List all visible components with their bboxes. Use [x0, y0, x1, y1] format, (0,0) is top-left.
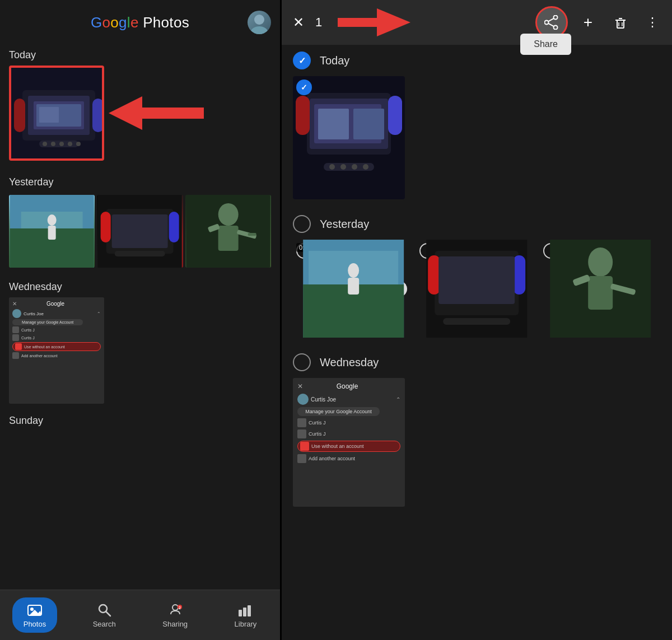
trash-icon[interactable]	[613, 15, 628, 30]
nav-library[interactable]: Library	[223, 597, 268, 633]
photo-check-overlay: ✓	[296, 80, 312, 95]
svg-point-20	[48, 214, 57, 226]
right-panel: ✕ 1 + ⋮ Share	[282, 0, 672, 640]
bottom-nav: Photos Search 2 Sharing	[0, 590, 280, 640]
svg-point-68	[363, 164, 368, 170]
svg-rect-76	[428, 255, 440, 295]
left-panel: Google Photos Today	[0, 0, 280, 640]
svg-rect-7	[39, 107, 59, 123]
right-today-main-photo[interactable]: ✓	[293, 76, 405, 199]
sharing-label: Sharing	[162, 620, 188, 628]
right-yesterday-photo-1[interactable]: 0:06	[293, 240, 414, 338]
svg-rect-21	[48, 226, 56, 240]
right-yesterday-photo-3[interactable]	[540, 240, 661, 338]
svg-point-66	[340, 164, 346, 170]
right-content: ✓ Today ✓	[282, 45, 672, 640]
svg-rect-27	[115, 251, 165, 256]
svg-point-0	[254, 15, 264, 25]
sunday-label: Sunday	[0, 410, 280, 431]
svg-point-67	[352, 164, 357, 170]
yesterday-label: Yesterday	[0, 172, 280, 193]
right-today-header: ✓ Today	[282, 45, 672, 76]
svg-rect-9	[92, 99, 104, 132]
right-today-label: Today	[320, 54, 349, 67]
yesterday-photos: 0:06	[0, 193, 280, 268]
svg-point-72	[348, 263, 359, 278]
right-wednesday-header: Wednesday	[282, 347, 672, 378]
yesterday-photo-2[interactable]	[97, 195, 183, 268]
right-wednesday-photo[interactable]: ✕ Google Curtis Joe ⌃ Manage your Google…	[293, 378, 405, 507]
right-today-photos: ✓	[282, 76, 672, 199]
wednesday-checkbox[interactable]	[293, 353, 311, 371]
right-yesterday-label: Yesterday	[320, 218, 369, 231]
share-dropdown[interactable]: Share	[520, 34, 571, 55]
svg-point-1	[251, 26, 268, 34]
svg-point-14	[68, 142, 72, 146]
svg-rect-33	[248, 233, 256, 236]
red-arrow-left	[109, 91, 204, 136]
today-photos	[0, 66, 280, 163]
svg-point-48	[544, 21, 548, 25]
library-icon	[237, 602, 253, 618]
nav-photos[interactable]: Photos	[12, 597, 57, 633]
left-header: Google Photos	[0, 0, 280, 45]
share-icon	[544, 15, 559, 30]
yesterday-photo-1[interactable]: 0:06	[9, 195, 95, 268]
svg-point-35	[30, 608, 34, 611]
svg-line-38	[106, 611, 110, 616]
mini-avatar-right	[297, 394, 309, 405]
account1-icon	[12, 326, 19, 333]
today-checkbox[interactable]: ✓	[293, 52, 311, 69]
svg-rect-26	[112, 214, 168, 248]
library-label: Library	[235, 620, 257, 628]
right-manage-btn[interactable]: Manage your Google Account	[297, 407, 380, 416]
svg-point-81	[588, 247, 613, 277]
svg-marker-45	[338, 8, 410, 36]
add-button[interactable]: +	[584, 13, 592, 31]
today-label: Today	[0, 45, 280, 66]
wednesday-label: Wednesday	[0, 277, 280, 297]
nav-search[interactable]: Search	[82, 597, 127, 633]
svg-point-47	[553, 26, 557, 30]
selection-count: 1	[315, 15, 322, 30]
wednesday-photo[interactable]: ✕ Google Curtis Joe ⌃ Manage your Google…	[9, 297, 104, 404]
svg-rect-77	[513, 255, 525, 295]
right-yesterday-photo-2[interactable]	[416, 240, 537, 338]
account3-icon	[15, 343, 22, 350]
svg-point-39	[172, 605, 178, 610]
app-title: Google Photos	[91, 14, 189, 31]
svg-rect-44	[248, 605, 251, 616]
wednesday-photos: ✕ Google Curtis Joe ⌃ Manage your Google…	[0, 297, 280, 404]
right-google-dialog: ✕ Google Curtis Joe ⌃ Manage your Google…	[293, 378, 405, 507]
svg-point-65	[329, 164, 335, 170]
svg-marker-36	[29, 610, 41, 615]
search-label: Search	[93, 620, 116, 628]
yesterday-photo-3[interactable]	[185, 195, 271, 268]
svg-line-49	[548, 18, 554, 21]
svg-text:2: 2	[179, 606, 181, 610]
nav-sharing[interactable]: 2 Sharing	[151, 597, 199, 633]
photos-label: Photos	[24, 620, 46, 628]
svg-rect-42	[239, 610, 242, 616]
right-wednesday-label: Wednesday	[320, 356, 379, 369]
more-options-button[interactable]: ⋮	[646, 15, 659, 30]
google-dialog: ✕ Google Curtis Joe ⌃ Manage your Google…	[9, 297, 104, 404]
red-arrow-right	[338, 6, 410, 39]
svg-rect-25	[169, 212, 179, 242]
avatar[interactable]	[248, 11, 271, 34]
right-wednesday-photos: ✕ Google Curtis Joe ⌃ Manage your Google…	[282, 378, 672, 507]
svg-rect-30	[218, 226, 238, 251]
svg-rect-78	[438, 256, 515, 304]
yesterday-checkbox[interactable]	[293, 215, 311, 233]
svg-point-11	[43, 142, 47, 146]
svg-rect-59	[388, 96, 402, 135]
svg-rect-73	[348, 278, 359, 295]
manage-account-btn[interactable]: Manage your Google Account	[12, 319, 83, 325]
today-photo-main[interactable]	[9, 66, 104, 161]
svg-point-12	[51, 142, 55, 146]
svg-marker-16	[109, 96, 204, 130]
close-button[interactable]: ✕	[293, 15, 304, 30]
right-header: ✕ 1 + ⋮ Share	[282, 0, 672, 45]
svg-rect-62	[318, 109, 349, 139]
svg-point-15	[76, 142, 81, 146]
